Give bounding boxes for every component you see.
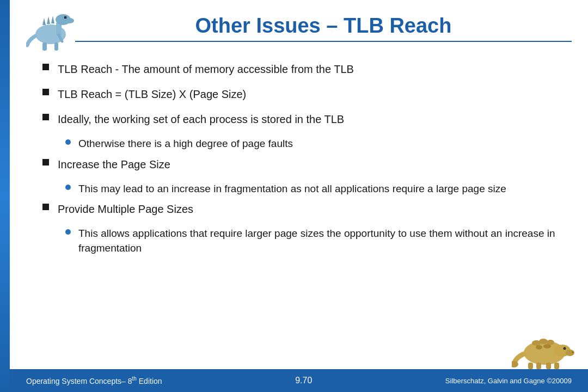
sub-bullet-text-3a: Otherwise there is a high degree of page… — [78, 137, 293, 151]
svg-rect-8 — [54, 42, 58, 51]
bullet-text-1: TLB Reach - The amount of memory accessi… — [58, 62, 354, 77]
bullet-circle-4a — [65, 185, 71, 190]
bullet-text-3: Ideally, the working set of each process… — [58, 112, 344, 127]
svg-rect-25 — [528, 363, 533, 369]
bullet-circle-3a — [65, 139, 71, 145]
bullet-square-4 — [42, 159, 49, 166]
bullet-square-3 — [42, 114, 49, 120]
svg-point-19 — [564, 347, 566, 350]
sub-bullet-item-4a: This may lead to an increase in fragment… — [65, 182, 566, 197]
dino-bottom-image — [512, 326, 577, 369]
bullet-circle-5a — [65, 229, 71, 235]
sub-bullet-item-3a: Otherwise there is a high degree of page… — [65, 137, 566, 151]
content-area: TLB Reach - The amount of memory accessi… — [10, 51, 588, 392]
svg-rect-24 — [536, 363, 541, 369]
bullet-item-1: TLB Reach - The amount of memory accessi… — [42, 62, 566, 77]
bullet-item-3: Ideally, the working set of each process… — [42, 112, 566, 127]
title-underline — [75, 41, 572, 42]
footer: Operating System Concepts– 8th Edition 9… — [10, 369, 588, 392]
left-accent-bar — [0, 0, 10, 392]
sub-bullet-text-5a: This allows applications that require la… — [78, 226, 566, 255]
svg-point-20 — [572, 352, 574, 353]
dino-top-image — [26, 10, 75, 51]
header: Other Issues – TLB Reach — [10, 0, 588, 51]
footer-left-text: Operating System Concepts– 8th Edition — [26, 376, 162, 385]
footer-right-text: Silberschatz, Galvin and Gagne ©20009 — [445, 377, 572, 385]
svg-point-16 — [543, 344, 551, 348]
sub-bullet-text-4a: This may lead to an increase in fragment… — [78, 182, 506, 197]
svg-marker-7 — [51, 16, 54, 23]
svg-point-15 — [536, 345, 542, 350]
svg-rect-9 — [42, 42, 47, 51]
bullet-square-1 — [42, 64, 49, 70]
bullet-item-2: TLB Reach = (TLB Size) X (Page Size) — [42, 87, 566, 102]
bullet-text-4: Increase the Page Size — [58, 157, 170, 172]
bullet-text-2: TLB Reach = (TLB Size) X (Page Size) — [58, 87, 246, 102]
footer-center-text: 9.70 — [295, 376, 312, 385]
bullet-square-5 — [42, 204, 49, 210]
svg-point-13 — [539, 339, 548, 344]
svg-rect-22 — [554, 363, 559, 369]
svg-rect-23 — [546, 363, 551, 369]
slide-title: Other Issues – TLB Reach — [195, 14, 452, 38]
title-container: Other Issues – TLB Reach — [75, 14, 572, 46]
svg-marker-6 — [47, 16, 50, 24]
bullet-item-4: Increase the Page Size — [42, 157, 566, 172]
svg-point-4 — [64, 16, 67, 19]
sub-bullet-item-5a: This allows applications that require la… — [65, 226, 566, 255]
bullet-square-2 — [42, 89, 49, 95]
svg-marker-5 — [42, 18, 46, 25]
bullet-item-5: Provide Multiple Page Sizes — [42, 201, 566, 217]
slide: Other Issues – TLB Reach TLB Reach - The… — [0, 0, 588, 392]
bullet-text-5: Provide Multiple Page Sizes — [58, 201, 193, 217]
svg-point-3 — [65, 18, 74, 23]
